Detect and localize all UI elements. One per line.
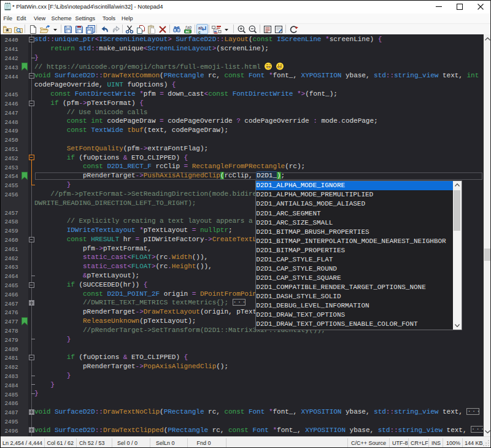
svg-text:c: c — [198, 29, 201, 34]
svg-text:ac: ac — [185, 29, 190, 33]
